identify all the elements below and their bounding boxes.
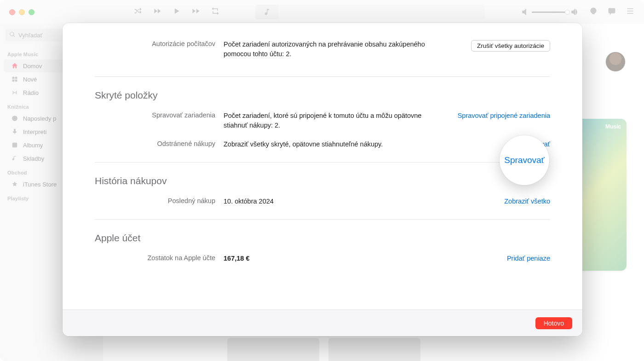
svg-rect-6: [12, 143, 17, 147]
sidebar-item-label: Nové: [23, 76, 37, 83]
lyrics-icon[interactable]: [607, 6, 616, 17]
svg-point-1: [592, 9, 595, 12]
row-action: Pridať peniaze: [444, 254, 550, 262]
row-apple-balance: Zostatok na Apple účte 167,18 € Pridať p…: [95, 249, 550, 268]
row-removed-purchases: Odstránené nákupy Zobraziť všetky skryté…: [95, 135, 550, 154]
view-all-history-link[interactable]: Zobraziť všetko: [504, 198, 550, 205]
volume-high-icon: [570, 7, 580, 17]
svg-rect-2: [609, 8, 615, 13]
section-title-history: História nákupov: [95, 163, 550, 192]
grid-icon: [11, 76, 18, 83]
radio-icon: [11, 89, 18, 96]
row-manage-devices: Spravovať zariadenia Počet zariadení, kt…: [95, 106, 550, 135]
row-content: 10. októbra 2024: [224, 197, 444, 206]
minimize-window-button[interactable]: [19, 9, 25, 15]
content-tile[interactable]: [227, 338, 319, 361]
now-playing-bar[interactable]: [255, 5, 485, 19]
row-content: Zobraziť všetky skryté, opätovne stiahnu…: [224, 140, 444, 149]
modal-body: Autorizácie počítačov Počet zariadení au…: [63, 23, 582, 336]
sidebar-item-label: Albumy: [23, 142, 43, 149]
previous-icon[interactable]: [153, 6, 162, 17]
volume-slider[interactable]: [520, 7, 580, 17]
row-content: 167,18 €: [224, 254, 444, 263]
close-window-button[interactable]: [9, 9, 15, 15]
row-computer-authorizations: Autorizácie počítačov Počet zariadení au…: [95, 35, 550, 64]
shuffle-icon[interactable]: [133, 6, 143, 17]
music-card-label: Music: [605, 123, 621, 130]
row-content: Počet zariadení autorizovaných na prehrá…: [224, 40, 444, 59]
add-funds-link[interactable]: Pridať peniaze: [507, 255, 550, 262]
manage-connected-devices-link[interactable]: Spravovať pripojené zariadenia: [458, 112, 550, 119]
next-icon[interactable]: [191, 6, 201, 17]
row-action: Zrušiť všetky autorizácie: [444, 40, 550, 52]
deauthorize-all-button[interactable]: Zrušiť všetky autorizácie: [471, 40, 550, 52]
note-icon: [11, 155, 18, 162]
sidebar-item-label: Skladby: [23, 155, 44, 162]
row-content: Počet zariadení, ktoré sú pripojené k to…: [224, 111, 444, 130]
row-label: Spravovať zariadenia: [95, 111, 224, 119]
app-window: Apple Music Domov Nové Rádio Knižnica Na…: [0, 0, 644, 361]
titlebar: [0, 0, 644, 24]
callout-label: Spravovať: [504, 155, 544, 165]
done-button[interactable]: Hotovo: [535, 317, 572, 329]
callout-highlight: Spravovať: [500, 135, 549, 185]
row-action: Spravovať pripojené zariadenia: [444, 111, 550, 120]
apple-music-promo-card[interactable]: Music: [576, 119, 627, 271]
content-tiles: [227, 338, 420, 361]
album-icon: [11, 141, 18, 149]
row-action: Zobraziť všetko: [444, 197, 550, 205]
play-icon[interactable]: [172, 6, 181, 17]
queue-icon[interactable]: [626, 6, 635, 17]
volume-low-icon: [520, 7, 529, 17]
row-label: Zostatok na Apple účte: [95, 254, 224, 262]
sidebar-item-label: Rádio: [23, 89, 39, 96]
mic-icon: [11, 128, 18, 135]
star-icon: [11, 180, 18, 188]
sidebar-item-label: iTunes Store: [23, 181, 57, 188]
right-toolbar: [520, 0, 635, 24]
section-title-account: Apple účet: [95, 220, 550, 249]
svg-point-3: [14, 92, 15, 93]
search-icon: [9, 31, 16, 39]
row-label: Posledný nákup: [95, 197, 224, 204]
volume-track[interactable]: [532, 12, 568, 13]
window-controls: [0, 9, 34, 15]
section-title-hidden: Skryté položky: [95, 77, 550, 106]
sidebar-item-label: Naposledy p: [23, 115, 56, 122]
modal-footer: Hotovo: [63, 309, 582, 336]
account-settings-modal: Autorizácie počítačov Počet zariadení au…: [63, 23, 582, 336]
music-app-icon: [255, 5, 278, 19]
sidebar-item-label: Interpreti: [23, 128, 46, 135]
clock-icon: [11, 115, 18, 122]
row-last-purchase: Posledný nákup 10. októbra 2024 Zobraziť…: [95, 192, 550, 211]
zoom-window-button[interactable]: [29, 9, 34, 15]
playback-controls: [133, 0, 220, 24]
airplay-icon[interactable]: [589, 6, 598, 17]
home-icon: [11, 62, 18, 70]
avatar[interactable]: [605, 52, 626, 72]
row-label: Autorizácie počítačov: [95, 40, 224, 47]
content-tile[interactable]: [328, 338, 420, 361]
sidebar-item-label: Domov: [23, 63, 42, 70]
repeat-icon[interactable]: [211, 6, 220, 17]
row-label: Odstránené nákupy: [95, 140, 224, 147]
